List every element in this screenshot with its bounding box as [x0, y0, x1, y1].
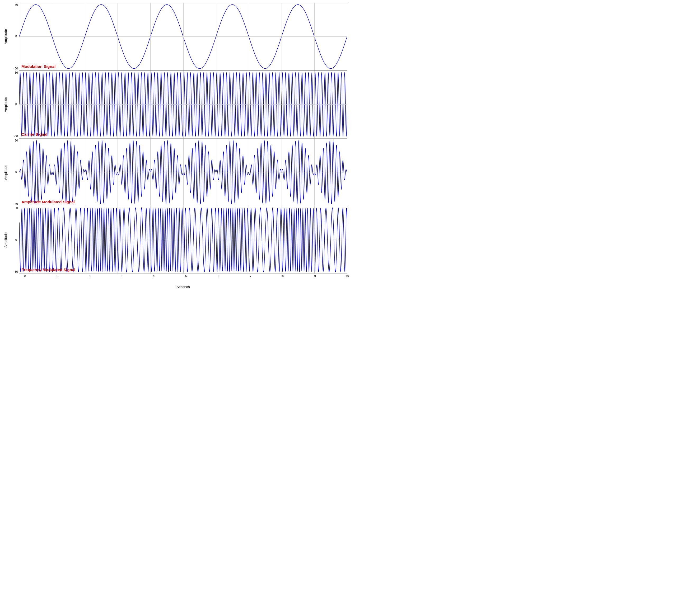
grid-v-9-mod — [314, 3, 315, 70]
y-tick-0-fm: 0 — [15, 238, 17, 241]
x-tick-4: 4 — [153, 274, 155, 277]
grid-v-4-mod — [150, 3, 151, 70]
fm-panel: Amplitude 50 0 -50 Frequency Modulated S… — [3, 206, 347, 274]
main-container: Amplitude 50 0 -50 Modulation Signal A — [0, 0, 350, 297]
am-panel: Amplitude 50 0 -50 Amplitude Modulated S… — [3, 138, 347, 206]
x-axis: 0 1 2 3 4 5 6 7 8 9 10 — [3, 274, 347, 284]
y-tick-n50-fm: -50 — [14, 270, 18, 273]
carrier-chart: Carrier Signal — [19, 70, 347, 138]
fm-chart-label: Frequency Modulated Signal — [22, 267, 75, 272]
y-axis-label-am: Amplitude — [3, 138, 8, 206]
grid-v-6-mod — [216, 3, 216, 70]
fm-chart: Frequency Modulated Signal — [19, 206, 347, 274]
x-tick-8: 8 — [282, 274, 284, 277]
modulation-chart-label: Modulation Signal — [22, 64, 56, 69]
y-tick-0-car: 0 — [15, 102, 17, 106]
modulation-chart: Modulation Signal — [19, 3, 347, 70]
grid-v-3-mod — [118, 3, 118, 70]
am-chart: Amplitude Modulated Signal — [19, 138, 347, 206]
am-chart-label: Amplitude Modulated Signal — [22, 200, 75, 204]
x-axis-label: Seconds — [3, 284, 347, 289]
y-tick-50-car: 50 — [15, 71, 18, 74]
grid-v-8-mod — [282, 3, 282, 70]
y-tick-50-fm: 50 — [15, 206, 18, 209]
y-tick-50-mod: 50 — [15, 3, 18, 6]
x-tick-0: 0 — [24, 274, 26, 277]
carrier-panel: Amplitude 50 0 -50 Carrier Signal — [3, 70, 347, 138]
grid-v-5-mod — [183, 3, 184, 70]
y-axis-label-modulation: Amplitude — [3, 3, 8, 70]
y-tick-0-mod: 0 — [15, 35, 17, 38]
grid-v-1-mod — [52, 3, 52, 70]
y-axis-label-fm: Amplitude — [3, 206, 8, 274]
y-tick-50-am: 50 — [15, 139, 18, 142]
x-tick-1: 1 — [56, 274, 58, 277]
x-tick-7: 7 — [250, 274, 252, 277]
y-tick-n50-mod: -50 — [14, 67, 18, 70]
y-tick-0-am: 0 — [15, 170, 17, 173]
x-tick-9: 9 — [314, 274, 316, 277]
x-axis-ticks: 0 1 2 3 4 5 6 7 8 9 10 — [25, 274, 347, 284]
y-tick-n50-car: -50 — [14, 135, 18, 138]
y-tick-n50-am: -50 — [14, 202, 18, 205]
y-axis-label-carrier: Amplitude — [3, 70, 8, 138]
carrier-chart-label: Carrier Signal — [22, 132, 47, 136]
x-tick-5: 5 — [185, 274, 187, 277]
x-tick-2: 2 — [89, 274, 90, 277]
modulation-panel: Amplitude 50 0 -50 Modulation Signal — [3, 3, 347, 70]
x-tick-6: 6 — [218, 274, 219, 277]
x-tick-3: 3 — [121, 274, 122, 277]
x-tick-10: 10 — [346, 274, 349, 277]
